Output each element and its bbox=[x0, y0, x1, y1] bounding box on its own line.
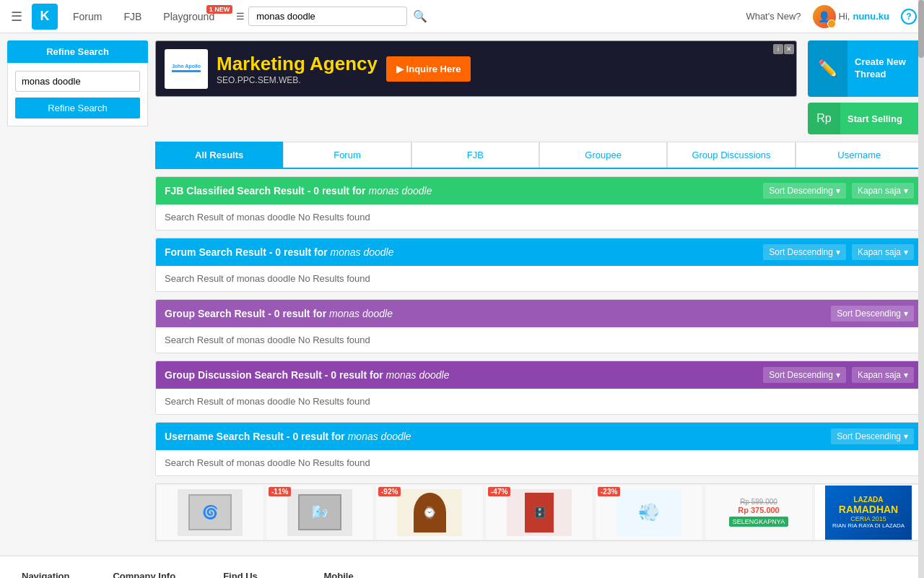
footer-company: Company Info Help Center About Us Advert… bbox=[113, 571, 180, 578]
hi-label: Hi, bbox=[839, 11, 850, 22]
ad-logo-text: John Apollo bbox=[172, 64, 201, 74]
fjb-sort-dropdown[interactable]: Sort Descending ▾ bbox=[763, 183, 846, 199]
footer-find-us-heading: Find Us bbox=[223, 571, 280, 578]
username-result-header: Username Search Result - 0 result for mo… bbox=[156, 423, 923, 450]
forum-sort-dropdown[interactable]: Sort Descending ▾ bbox=[763, 244, 846, 260]
search-tabs: All Results Forum FJB Groupee Group Disc… bbox=[155, 142, 923, 169]
action-buttons: ✏️ Create New Thread Rp Start Selling bbox=[808, 40, 923, 134]
username-result-section: Username Search Result - 0 result for mo… bbox=[155, 422, 923, 476]
search-menu-btn[interactable]: ☰ bbox=[232, 7, 248, 25]
fjb-result-header: FJB Classified Search Result - 0 result … bbox=[156, 177, 923, 204]
username-sort-dropdown[interactable]: Sort Descending ▾ bbox=[831, 428, 914, 444]
nav-fjb[interactable]: FJB bbox=[120, 7, 145, 26]
nav-playground-wrap: Playground 1 NEW bbox=[160, 11, 218, 22]
product-item-6[interactable]: Rp 599.000 Rp 375.000 SELENGKAPNYA bbox=[705, 484, 813, 540]
username-result-body: Search Result of monas doodle No Results… bbox=[156, 450, 923, 475]
footer-mobile: Mobile 📱 m.kaskus.co.id ▶ GET IT ON Goog… bbox=[324, 571, 545, 578]
product-badge-5: -23% bbox=[598, 487, 620, 496]
fjb-result-controls: Sort Descending ▾ Kapan saja ▾ bbox=[763, 183, 914, 199]
ad-subtitle: SEO.PPC.SEM.WEB. bbox=[217, 75, 378, 85]
create-thread-icon: ✏️ bbox=[808, 40, 847, 97]
search-area: ☰ 🔍 bbox=[232, 6, 463, 27]
ad-close-button[interactable]: i bbox=[773, 44, 783, 54]
footer-columns: Navigation Home Forum Jual Beli Groupee … bbox=[22, 571, 902, 578]
product-item-5[interactable]: -23% 💨 bbox=[595, 484, 703, 540]
fjb-result-title: FJB Classified Search Result - 0 result … bbox=[165, 185, 432, 197]
username-result-title: Username Search Result - 0 result for mo… bbox=[165, 431, 411, 442]
footer-company-heading: Company Info bbox=[113, 571, 180, 578]
create-new-thread-button[interactable]: ✏️ Create New Thread bbox=[808, 40, 923, 97]
footer-mobile-heading: Mobile bbox=[324, 571, 545, 578]
forum-result-section: Forum Search Result - 0 result for monas… bbox=[155, 238, 923, 292]
footer-navigation: Navigation Home Forum Jual Beli Groupee bbox=[22, 571, 69, 578]
refine-search-header: Refine Search bbox=[7, 40, 148, 63]
product-item-3[interactable]: -92% ⌚ bbox=[375, 484, 484, 540]
ad-cta-button[interactable]: ▶ Inquire Here bbox=[386, 56, 471, 82]
scrollbar-thumb[interactable] bbox=[918, 0, 924, 58]
product-item-lazada[interactable]: LAZADA RAMADHAN CERIA 2015 RIAN RIA RAYA… bbox=[814, 484, 923, 540]
product-badge-3: -92% bbox=[378, 487, 401, 496]
ad-logo: John Apollo bbox=[165, 49, 208, 89]
refine-search-button[interactable]: Refine Search bbox=[15, 98, 140, 118]
product-item-4[interactable]: -47% 🗄️ bbox=[485, 484, 593, 540]
hamburger-menu[interactable]: ☰ bbox=[7, 5, 26, 28]
tab-group-discussions[interactable]: Group Discussions bbox=[667, 142, 795, 168]
group-discussion-result-header: Group Discussion Search Result - 0 resul… bbox=[156, 361, 923, 389]
nav-forum[interactable]: Forum bbox=[69, 7, 105, 26]
forum-time-dropdown[interactable]: Kapan saja ▾ bbox=[852, 244, 914, 260]
nav-links: Forum FJB Playground 1 NEW bbox=[69, 7, 218, 26]
group-sort-dropdown[interactable]: Sort Descending ▾ bbox=[831, 306, 914, 322]
tab-forum[interactable]: Forum bbox=[283, 142, 411, 168]
product-item-2[interactable]: -11% 🌬️ bbox=[266, 484, 374, 540]
scrollbar[interactable] bbox=[918, 0, 924, 578]
ad-content: Marketing Agency SEO.PPC.SEM.WEB. bbox=[217, 53, 378, 85]
tab-username[interactable]: Username bbox=[796, 142, 923, 168]
create-thread-label: Create New Thread bbox=[855, 56, 923, 81]
topnav-right: What's New? 👤 Hi, nunu.ku ? bbox=[746, 5, 917, 28]
group-result-body: Search Result of monas doodle No Results… bbox=[156, 327, 923, 353]
left-sidebar: Refine Search Refine Search bbox=[7, 40, 148, 541]
search-input[interactable] bbox=[248, 7, 407, 26]
group-discussion-sort-dropdown[interactable]: Sort Descending ▾ bbox=[763, 367, 846, 383]
ad-banner[interactable]: John Apollo Marketing Agency SEO.PPC.SEM… bbox=[155, 40, 797, 97]
playground-new-badge: 1 NEW bbox=[206, 5, 233, 14]
product-badge-2: -11% bbox=[269, 487, 291, 496]
banner-area: John Apollo Marketing Agency SEO.PPC.SEM… bbox=[155, 40, 923, 134]
tab-fjb[interactable]: FJB bbox=[411, 142, 539, 168]
tab-groupee[interactable]: Groupee bbox=[539, 142, 667, 168]
username-result-controls: Sort Descending ▾ bbox=[831, 428, 914, 444]
tab-all-results[interactable]: All Results bbox=[155, 142, 283, 168]
username-label: nunu.ku bbox=[853, 11, 889, 22]
footer: Navigation Home Forum Jual Beli Groupee … bbox=[0, 556, 924, 578]
start-selling-icon: Rp bbox=[808, 103, 840, 134]
user-avatar-area[interactable]: 👤 Hi, nunu.ku bbox=[813, 5, 889, 28]
group-result-controls: Sort Descending ▾ bbox=[831, 306, 914, 322]
product-item-1[interactable]: 🌀 bbox=[156, 484, 264, 540]
help-button[interactable]: ? bbox=[901, 9, 917, 25]
footer-find-us: Find Us M MindTalk 📷 Instagram 🐦 Forum 🐦… bbox=[223, 571, 280, 578]
top-navigation: ☰ K Forum FJB Playground 1 NEW ☰ 🔍 What'… bbox=[0, 0, 924, 33]
refine-search-input[interactable] bbox=[15, 71, 140, 92]
group-discussion-result-body: Search Result of monas doodle No Results… bbox=[156, 389, 923, 414]
group-discussion-result-section: Group Discussion Search Result - 0 resul… bbox=[155, 361, 923, 415]
kaskus-logo[interactable]: K bbox=[32, 4, 58, 30]
footer-nav-heading: Navigation bbox=[22, 571, 69, 578]
search-submit-btn[interactable]: 🔍 bbox=[407, 6, 433, 27]
fjb-time-dropdown[interactable]: Kapan saja ▾ bbox=[852, 183, 914, 199]
group-discussion-result-controls: Sort Descending ▾ Kapan saja ▾ bbox=[763, 367, 914, 383]
start-selling-button[interactable]: Rp Start Selling bbox=[808, 103, 923, 134]
forum-result-title: Forum Search Result - 0 result for monas… bbox=[165, 246, 394, 258]
start-selling-label: Start Selling bbox=[847, 113, 902, 124]
forum-result-header: Forum Search Result - 0 result for monas… bbox=[156, 238, 923, 266]
forum-result-body: Search Result of monas doodle No Results… bbox=[156, 266, 923, 291]
ad-x-button[interactable]: ✕ bbox=[784, 44, 794, 54]
group-discussion-time-dropdown[interactable]: Kapan saja ▾ bbox=[852, 367, 914, 383]
group-result-title: Group Search Result - 0 result for monas… bbox=[165, 308, 393, 319]
fjb-result-section: FJB Classified Search Result - 0 result … bbox=[155, 176, 923, 230]
group-result-header: Group Search Result - 0 result for monas… bbox=[156, 300, 923, 327]
refine-search-box: Refine Search bbox=[7, 63, 148, 126]
right-content: John Apollo Marketing Agency SEO.PPC.SEM… bbox=[155, 40, 923, 541]
group-result-section: Group Search Result - 0 result for monas… bbox=[155, 299, 923, 353]
whats-new-link[interactable]: What's New? bbox=[746, 11, 801, 22]
product-badge-4: -47% bbox=[488, 487, 510, 496]
